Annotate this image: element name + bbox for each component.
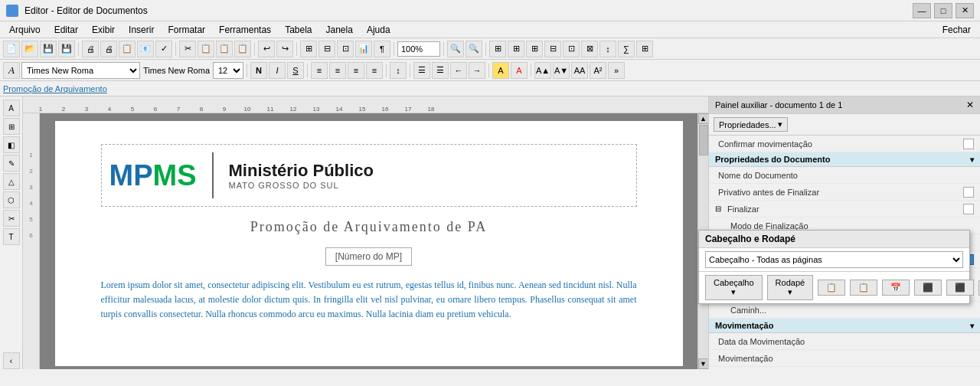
- privativo-checkbox[interactable]: [963, 187, 974, 198]
- icon-btn-3[interactable]: 📅: [882, 280, 910, 296]
- bold-button[interactable]: N: [250, 62, 267, 79]
- menu-janela[interactable]: Janela: [320, 22, 359, 38]
- new-button[interactable]: 📄: [3, 41, 20, 57]
- finalizar-expand[interactable]: ⊟: [715, 204, 721, 213]
- save-button[interactable]: 💾: [40, 41, 57, 57]
- redo-button[interactable]: ↪: [276, 41, 293, 57]
- section-prop-doc[interactable]: Propriedades do Documento ▾: [709, 152, 980, 167]
- menu-ferramentas[interactable]: Ferramentas: [213, 22, 277, 38]
- paragraph-button[interactable]: ¶: [374, 41, 390, 57]
- menu-exibir[interactable]: Exibir: [86, 22, 121, 38]
- zoom-input[interactable]: [397, 41, 440, 57]
- split-btn[interactable]: ⊡: [563, 41, 580, 57]
- document-field-box[interactable]: [Número do MP]: [325, 247, 412, 266]
- cabecalho-select[interactable]: Cabeçalho - Todas as páginasCabeçalho - …: [705, 251, 963, 268]
- print-button[interactable]: 🖨: [82, 41, 99, 57]
- align-right-button[interactable]: ≡: [348, 62, 364, 79]
- minimize-button[interactable]: —: [913, 3, 931, 18]
- finalizar-checkbox[interactable]: [963, 204, 974, 214]
- menu-ajuda[interactable]: Ajuda: [361, 22, 397, 38]
- section-movimentacao[interactable]: Movimentação ▾: [709, 319, 980, 333]
- sidebar-btn-4[interactable]: ✎: [3, 155, 20, 172]
- super-button[interactable]: A²: [590, 62, 606, 79]
- sidebar-btn-1[interactable]: A: [3, 100, 20, 116]
- sidebar-btn-6[interactable]: ⬡: [3, 191, 20, 208]
- find-button[interactable]: 🔍: [447, 41, 464, 57]
- spell-button[interactable]: ✓: [155, 41, 172, 57]
- sidebar-btn-bottom[interactable]: ‹: [3, 352, 20, 369]
- breadcrumb[interactable]: Promoção de Arquivamento: [3, 84, 107, 93]
- panel-close-button[interactable]: ✕: [966, 100, 974, 110]
- insert-table-btn[interactable]: ⊞: [489, 41, 506, 57]
- align-justify-button[interactable]: ≡: [366, 62, 383, 79]
- insert-row-btn[interactable]: ⊞: [526, 41, 543, 57]
- highlight-button[interactable]: A: [492, 62, 509, 79]
- underline-button[interactable]: S: [287, 62, 304, 79]
- section-prop-doc-arrow[interactable]: ▾: [970, 155, 974, 164]
- line-spacing-button[interactable]: ↕: [390, 62, 407, 79]
- confirmar-checkbox[interactable]: [963, 139, 974, 149]
- outdent-button[interactable]: ←: [450, 62, 467, 79]
- icon-btn-4[interactable]: ⬛: [914, 280, 942, 296]
- align-left-button[interactable]: ≡: [311, 62, 328, 79]
- open-button[interactable]: 📂: [21, 41, 38, 57]
- font-styles-button[interactable]: A: [3, 62, 20, 79]
- cabecalho-button[interactable]: Cabeçalho ▾: [705, 275, 763, 300]
- icon-btn-5[interactable]: ⬛: [946, 280, 974, 296]
- chart-button[interactable]: 📊: [355, 41, 372, 57]
- table2-button[interactable]: ⊟: [318, 41, 335, 57]
- sort-btn[interactable]: ↕: [599, 41, 616, 57]
- rodape-button[interactable]: Rodapé ▾: [767, 275, 814, 300]
- font-size-select[interactable]: 12: [213, 62, 243, 79]
- section-mov-arrow[interactable]: ▾: [970, 322, 974, 330]
- save-as-button[interactable]: 💾: [58, 41, 75, 57]
- print-preview-button[interactable]: 🖨: [100, 41, 117, 57]
- caps-button[interactable]: AA: [571, 62, 588, 79]
- doc-body-text[interactable]: Lorem ipsum dolor sit amet, consectetur …: [101, 278, 637, 322]
- merge-btn[interactable]: ⊟: [544, 41, 561, 57]
- sidebar-btn-5[interactable]: △: [3, 173, 20, 190]
- copy-button[interactable]: 📋: [198, 41, 214, 57]
- icon-btn-2[interactable]: 📋: [850, 280, 877, 296]
- frame-button[interactable]: ⊡: [337, 41, 354, 57]
- paste-special-button[interactable]: 📋: [234, 41, 251, 57]
- sidebar-btn-7[interactable]: ✂: [3, 210, 20, 227]
- insert-col-btn[interactable]: ⊞: [508, 41, 524, 57]
- paste-button[interactable]: 📋: [216, 41, 233, 57]
- menu-tabela[interactable]: Tabela: [279, 22, 318, 38]
- maximize-button[interactable]: □: [934, 3, 952, 18]
- menu-formatar[interactable]: Formatar: [162, 22, 211, 38]
- pdf-button[interactable]: 📋: [119, 41, 136, 57]
- table-button[interactable]: ⊞: [300, 41, 317, 57]
- decrease-font-button[interactable]: A▼: [553, 62, 570, 79]
- numbered-list-button[interactable]: ☰: [432, 62, 449, 79]
- sidebar-btn-3[interactable]: ◧: [3, 136, 20, 153]
- font-name-select[interactable]: Times New Roma: [21, 62, 140, 79]
- indent-button[interactable]: →: [469, 62, 485, 79]
- undo-button[interactable]: ↩: [258, 41, 275, 57]
- scroll-thumb[interactable]: [699, 125, 708, 155]
- close-window-button[interactable]: ✕: [956, 3, 974, 18]
- cut-button[interactable]: ✂: [179, 41, 196, 57]
- sidebar-btn-8[interactable]: T: [3, 228, 20, 245]
- table-prop-btn[interactable]: ⊠: [581, 41, 598, 57]
- font-color-button[interactable]: A: [511, 62, 528, 79]
- sidebar-btn-2[interactable]: ⊞: [3, 118, 20, 135]
- border-btn[interactable]: ⊞: [636, 41, 653, 57]
- align-center-button[interactable]: ≡: [329, 62, 346, 79]
- menu-inserir[interactable]: Inserir: [122, 22, 160, 38]
- menu-arquivo[interactable]: Arquivo: [3, 22, 47, 38]
- italic-button[interactable]: I: [269, 62, 286, 79]
- properties-button[interactable]: Propriedades... ▾: [714, 117, 788, 132]
- menu-editar[interactable]: Editar: [48, 22, 84, 38]
- find-replace-button[interactable]: 🔍: [466, 41, 482, 57]
- document-scroll-area[interactable]: MPMS Ministério Público MATO GROSSO DO S…: [40, 113, 697, 369]
- menu-fechar[interactable]: Fechar: [936, 22, 977, 38]
- increase-font-button[interactable]: A▲: [534, 62, 551, 79]
- icon-btn-1[interactable]: 📋: [818, 280, 845, 296]
- scroll-down-button[interactable]: ▼: [698, 358, 709, 369]
- scroll-up-button[interactable]: ▲: [698, 113, 709, 124]
- email-button[interactable]: 📧: [137, 41, 154, 57]
- more-btn[interactable]: »: [608, 62, 625, 79]
- formula-btn[interactable]: ∑: [618, 41, 635, 57]
